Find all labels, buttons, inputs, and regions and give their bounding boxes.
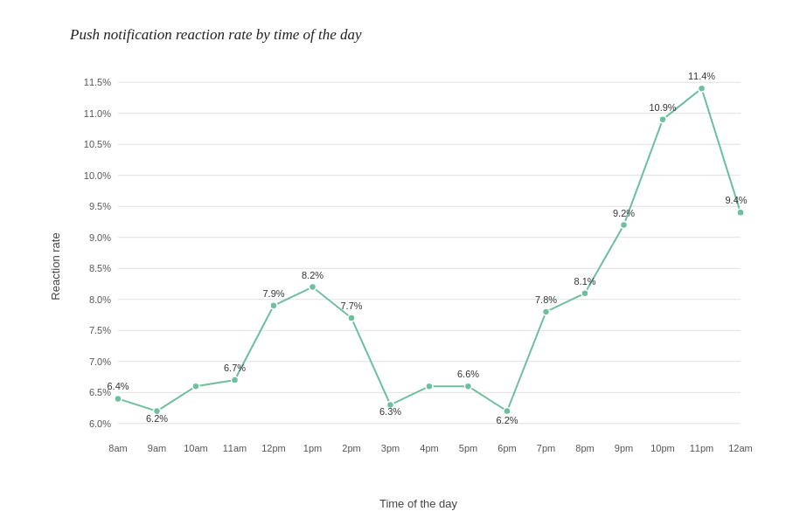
svg-text:6.4%: 6.4% <box>107 381 129 391</box>
svg-text:12pm: 12pm <box>261 443 286 453</box>
svg-text:10pm: 10pm <box>650 443 675 453</box>
svg-text:7.0%: 7.0% <box>89 356 111 367</box>
svg-text:7pm: 7pm <box>537 443 555 453</box>
svg-text:11.0%: 11.0% <box>84 108 111 119</box>
svg-text:11pm: 11pm <box>690 443 714 453</box>
svg-point-65 <box>621 222 628 229</box>
svg-text:9am: 9am <box>148 443 166 453</box>
svg-text:9pm: 9pm <box>615 443 633 453</box>
svg-point-71 <box>737 209 744 216</box>
svg-text:10.5%: 10.5% <box>84 139 111 149</box>
svg-text:6.2%: 6.2% <box>146 413 168 424</box>
svg-text:6.7%: 6.7% <box>224 363 246 373</box>
svg-text:8pm: 8pm <box>575 443 594 453</box>
chart-svg: 11.5%11.0%10.5%10.0%9.5%9.0%8.5%8.0%7.5%… <box>70 61 767 471</box>
svg-point-50 <box>310 284 317 291</box>
svg-text:5pm: 5pm <box>459 443 477 453</box>
svg-point-57 <box>465 383 472 390</box>
y-axis-label: Reaction rate <box>49 232 62 300</box>
svg-point-61 <box>543 308 550 315</box>
svg-point-56 <box>426 383 433 390</box>
svg-point-45 <box>192 383 199 390</box>
svg-text:8am: 8am <box>108 443 127 453</box>
svg-text:6.3%: 6.3% <box>379 406 401 417</box>
svg-text:7.5%: 7.5% <box>89 325 111 335</box>
svg-text:9.5%: 9.5% <box>89 201 111 211</box>
svg-text:11.5%: 11.5% <box>84 77 111 87</box>
svg-point-41 <box>115 395 122 402</box>
svg-text:11am: 11am <box>223 443 247 453</box>
svg-text:10.9%: 10.9% <box>649 102 676 113</box>
svg-text:3pm: 3pm <box>381 443 400 453</box>
svg-text:11.4%: 11.4% <box>688 71 715 81</box>
svg-point-46 <box>232 377 239 383</box>
svg-text:8.1%: 8.1% <box>574 276 595 287</box>
svg-text:4pm: 4pm <box>420 443 438 453</box>
svg-point-63 <box>581 290 588 297</box>
svg-text:7.7%: 7.7% <box>340 301 362 311</box>
svg-text:9.4%: 9.4% <box>725 195 747 205</box>
svg-point-67 <box>659 116 666 123</box>
svg-text:9.0%: 9.0% <box>89 232 111 243</box>
svg-point-59 <box>504 408 511 415</box>
svg-text:6.2%: 6.2% <box>496 415 518 425</box>
svg-text:6.0%: 6.0% <box>89 418 111 429</box>
chart-title: Push notification reaction rate by time … <box>70 26 767 44</box>
svg-text:2pm: 2pm <box>342 443 360 453</box>
svg-text:8.0%: 8.0% <box>89 294 111 305</box>
svg-point-52 <box>348 314 355 321</box>
svg-text:6pm: 6pm <box>497 443 516 453</box>
svg-text:7.9%: 7.9% <box>262 288 284 299</box>
svg-point-48 <box>270 302 277 309</box>
chart-container: Push notification reaction rate by time … <box>0 0 793 532</box>
svg-text:12am: 12am <box>728 443 753 453</box>
svg-text:7.8%: 7.8% <box>535 294 557 305</box>
svg-text:6.6%: 6.6% <box>457 369 479 379</box>
chart-area: Reaction rate Time of the day 11.5%11.0%… <box>70 61 767 471</box>
svg-text:9.2%: 9.2% <box>613 208 635 218</box>
svg-text:1pm: 1pm <box>303 443 322 453</box>
svg-point-69 <box>699 85 706 92</box>
svg-text:10.0%: 10.0% <box>84 170 111 181</box>
svg-text:8.2%: 8.2% <box>302 270 323 280</box>
x-axis-label: Time of the day <box>379 497 457 510</box>
svg-text:8.5%: 8.5% <box>89 263 111 273</box>
svg-text:10am: 10am <box>184 443 208 453</box>
